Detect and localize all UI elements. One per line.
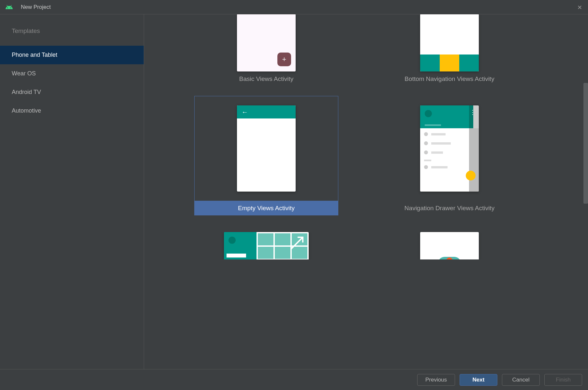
kebab-icon: ⋮	[470, 109, 476, 116]
template-card-responsive[interactable]	[194, 232, 338, 260]
next-button[interactable]: Next	[460, 374, 497, 386]
footer: Previous Next Cancel Finish	[0, 369, 588, 390]
main-area: Templates Phone and Tablet Wear OS Andro…	[0, 14, 588, 369]
android-icon	[5, 3, 13, 11]
scrollbar-thumb[interactable]	[583, 83, 588, 204]
sidebar-header: Templates	[0, 27, 144, 46]
template-card-bottom-nav[interactable]: Bottom Navigation Views Activity	[377, 14, 522, 86]
close-icon[interactable]: ✕	[577, 4, 582, 11]
expand-arrow-icon	[289, 235, 305, 251]
finish-button: Finish	[544, 374, 582, 386]
previous-button[interactable]: Previous	[417, 374, 455, 386]
cancel-button[interactable]: Cancel	[502, 374, 540, 386]
template-label: Basic Views Activity	[194, 72, 338, 86]
template-preview: +	[237, 14, 296, 71]
sidebar-item-wear-os[interactable]: Wear OS	[0, 64, 144, 83]
template-preview: ⋮	[420, 105, 479, 192]
sidebar-item-phone-tablet[interactable]: Phone and Tablet	[0, 46, 144, 64]
title-bar: New Project ✕	[0, 0, 588, 14]
sidebar: Templates Phone and Tablet Wear OS Andro…	[0, 14, 144, 369]
template-card-nav-drawer[interactable]: ⋮ Navigation Drawer	[377, 96, 522, 215]
template-card-empty-views[interactable]: ← Empty Views Activity	[194, 96, 338, 215]
template-content-area: + Basic Views Activity Bottom Navigati	[144, 14, 588, 369]
plus-icon: +	[277, 53, 291, 66]
back-arrow-icon: ←	[242, 108, 248, 116]
template-preview	[420, 232, 479, 260]
template-card-basic-views[interactable]: + Basic Views Activity	[194, 14, 338, 86]
svg-line-0	[291, 237, 303, 249]
sidebar-item-android-tv[interactable]: Android TV	[0, 83, 144, 101]
template-card-game[interactable]	[377, 232, 522, 260]
template-label: Navigation Drawer Views Activity	[377, 201, 522, 215]
template-label: Empty Views Activity	[194, 201, 338, 215]
template-preview: ←	[237, 105, 296, 192]
template-preview	[224, 232, 309, 260]
sidebar-item-automotive[interactable]: Automotive	[0, 101, 144, 120]
template-preview	[420, 14, 479, 71]
template-label: Bottom Navigation Views Activity	[377, 72, 522, 86]
window-title: New Project	[21, 4, 51, 10]
